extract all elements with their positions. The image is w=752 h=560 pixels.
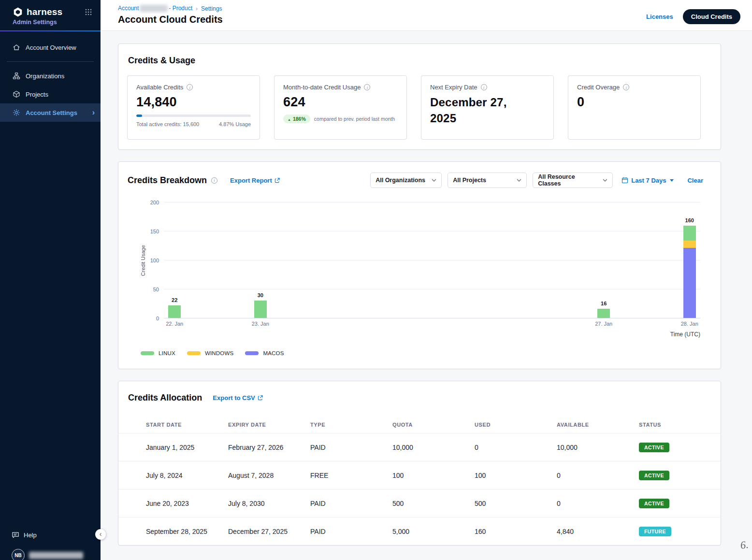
chevron-down-icon: [517, 179, 521, 182]
help-button[interactable]: Help: [12, 531, 101, 539]
chat-bubble-icon: [12, 531, 19, 539]
info-icon[interactable]: [623, 84, 629, 90]
y-tick-label: 50: [153, 287, 159, 292]
resource-classes-select[interactable]: All Resource Classes: [533, 172, 613, 188]
chart-bar[interactable]: [597, 309, 610, 318]
cube-icon: [13, 90, 20, 98]
export-csv-link[interactable]: Export to CSV: [213, 394, 262, 402]
column-header: AVAILABLE: [557, 422, 639, 428]
credit-overage-value: 0: [577, 95, 692, 110]
org-chart-icon: [13, 72, 20, 80]
external-link-icon: [275, 178, 280, 183]
table-row[interactable]: June 20, 2023 July 8, 2030 PAID 500 500 …: [118, 489, 721, 517]
bar-segment-windows: [683, 241, 696, 247]
info-icon[interactable]: [364, 84, 370, 90]
bar-total-label: 16: [601, 301, 607, 306]
trend-badge: 186%: [283, 115, 310, 123]
credits-allocation-card: Credits Allocation Export to CSV START D…: [118, 381, 721, 546]
cell-quota: 500: [392, 500, 475, 507]
home-icon: [13, 43, 20, 51]
stat-label: Credit Overage: [577, 84, 620, 91]
cell-start-date: September 28, 2025: [146, 528, 228, 535]
page-content: Credits & Usage Available Credits 14,840…: [101, 31, 752, 560]
harness-logo-icon: [13, 7, 23, 17]
credits-chart: Credit Usage 050100150200 223016160 22. …: [139, 202, 700, 338]
chart-yaxis: 050100150200: [147, 202, 164, 318]
chart-ylabel: Credit Usage: [139, 202, 147, 318]
sidebar-item-label: Projects: [26, 91, 48, 98]
cell-type: PAID: [310, 500, 392, 507]
usage-percent-note: 4.87% Usage: [219, 121, 251, 127]
main-area: Account- Product › Settings Account Clou…: [101, 0, 752, 560]
licenses-link[interactable]: Licenses: [646, 13, 673, 20]
page-title: Account Cloud Credits: [118, 14, 223, 25]
credits-breakdown-card: Credits Breakdown Export Report All Orga…: [118, 161, 721, 369]
projects-select[interactable]: All Projects: [448, 172, 527, 188]
module-grid-icon[interactable]: [83, 7, 94, 17]
sidebar-item-projects[interactable]: Projects: [0, 85, 101, 103]
organizations-select[interactable]: All Organizations: [370, 172, 442, 188]
info-icon[interactable]: [211, 177, 217, 184]
cell-used: 100: [475, 472, 557, 479]
cell-start-date: July 8, 2024: [146, 472, 228, 479]
cell-type: PAID: [310, 444, 392, 451]
sidebar-item-organizations[interactable]: Organizations: [0, 67, 101, 85]
stat-label: Available Credits: [136, 84, 183, 91]
legend-item-linux[interactable]: LINUX: [141, 350, 175, 356]
help-label: Help: [24, 531, 37, 539]
logo-text: harness: [27, 7, 62, 17]
sidebar-nav: Account Overview Organizations Projects …: [0, 31, 101, 122]
sidebar-collapse-handle[interactable]: [95, 529, 106, 540]
info-icon[interactable]: [481, 84, 487, 90]
export-report-link[interactable]: Export Report: [230, 177, 280, 184]
date-range-picker[interactable]: Last 7 Days: [622, 177, 674, 184]
sidebar-item-account-settings[interactable]: Account Settings ›: [0, 103, 101, 122]
chart-bar[interactable]: [254, 301, 267, 318]
chart-xlabel: Time (UTC): [139, 331, 700, 338]
y-tick-label: 200: [150, 200, 159, 205]
y-tick-label: 150: [150, 229, 159, 234]
sidebar-divider: [7, 61, 94, 62]
sidebar-item-label: Account Overview: [26, 44, 76, 51]
chevron-down-icon: [432, 179, 436, 182]
allocation-table-header: START DATEEXPIRY DATETYPEQUOTAUSEDAVAILA…: [118, 416, 721, 433]
external-link-icon: [258, 395, 263, 401]
app-root: harness Admin Settings Account Overview: [0, 0, 752, 560]
stat-row: Available Credits 14,840 Total active cr…: [127, 75, 712, 140]
next-expiry-value: December 27, 2025: [430, 95, 522, 126]
legend-item-windows[interactable]: WINDOWS: [187, 350, 234, 356]
column-header: EXPIRY DATE: [228, 422, 310, 428]
chart-bar[interactable]: [683, 226, 696, 318]
column-header: QUOTA: [392, 422, 475, 428]
table-row[interactable]: September 28, 2025 December 27, 2025 PAI…: [118, 517, 721, 545]
allocation-table: START DATEEXPIRY DATETYPEQUOTAUSEDAVAILA…: [118, 416, 721, 545]
info-icon[interactable]: [187, 84, 193, 90]
table-row[interactable]: July 8, 2024 August 7, 2028 FREE 100 100…: [118, 461, 721, 489]
legend-swatch-icon: [141, 351, 154, 355]
sidebar-subtitle: Admin Settings: [13, 19, 94, 26]
cloud-credits-button[interactable]: Cloud Credits: [683, 9, 740, 24]
stat-label: Next Expiry Date: [430, 84, 477, 91]
clear-filters-link[interactable]: Clear: [687, 177, 703, 184]
bar-total-label: 22: [172, 297, 177, 303]
sidebar-item-label: Account Settings: [26, 109, 77, 116]
cell-quota: 5,000: [392, 528, 475, 535]
chart-bar[interactable]: [168, 305, 181, 318]
breadcrumb-separator-icon: ›: [196, 5, 198, 12]
user-account-row[interactable]: NB: [12, 548, 101, 560]
chevron-right-icon: ›: [92, 109, 95, 116]
credits-usage-title: Credits & Usage: [128, 56, 712, 66]
cell-quota: 100: [392, 472, 475, 479]
cell-expiry-date: July 8, 2030: [228, 500, 310, 507]
status-badge: FUTURE: [639, 527, 671, 536]
table-row[interactable]: January 1, 2025 February 27, 2026 PAID 1…: [118, 433, 721, 461]
breadcrumb-account-link[interactable]: Account- Product: [118, 5, 192, 12]
available-credits-card: Available Credits 14,840 Total active cr…: [127, 75, 260, 140]
gridline: [164, 231, 700, 231]
sidebar-item-account-overview[interactable]: Account Overview: [0, 38, 101, 57]
legend-item-macos[interactable]: MACOS: [245, 350, 284, 356]
breadcrumb-settings-link[interactable]: Settings: [201, 5, 222, 12]
trend-note: compared to prev. period last month: [314, 116, 395, 122]
x-tick-label: 23. Jan: [252, 321, 269, 327]
chart-xaxis: 22. Jan23. Jan27. Jan28. Jan: [164, 318, 700, 326]
